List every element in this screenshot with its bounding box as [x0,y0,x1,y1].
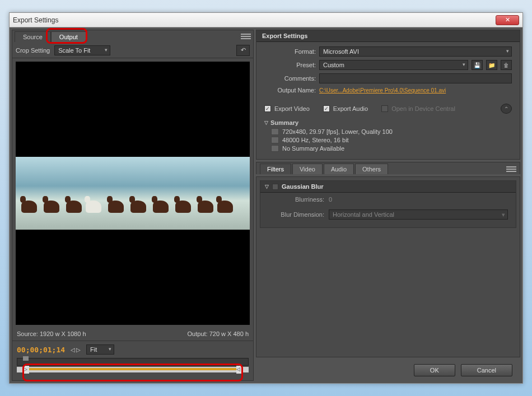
export-video-label: Export Video [274,105,310,112]
tab-output[interactable]: Output [51,31,86,42]
timecode-display[interactable]: 00;00;01;14 [17,346,65,354]
out-point-handle[interactable] [236,366,242,374]
prev-frame-icon[interactable]: ◁ [71,347,75,353]
crop-settings-row: Crop Setting Scale To Fit ↶ [12,43,253,58]
timeline [17,358,249,376]
video-icon [271,128,279,135]
export-audio-label: Export Audio [333,105,368,112]
dialog-body: Source Output Crop Setting Scale To Fit … [10,27,522,383]
format-dropdown[interactable]: Microsoft AVI [319,46,512,57]
next-frame-icon[interactable]: ▷ [76,347,81,353]
other-icon [271,145,279,152]
undo-crop-button[interactable]: ↶ [236,45,250,56]
titlebar: Export Settings ✕ [10,13,522,27]
save-preset-icon[interactable]: 💾 [472,60,483,70]
audio-icon [271,137,279,143]
summary-video: 720x480, 29.97 [fps], Lower, Quality 100 [282,128,393,135]
tab-others[interactable]: Others [355,164,388,174]
source-dimensions: Source: 1920 w X 1080 h [17,330,86,337]
gaussian-blur-filter: ▽ Gaussian Blur Blurriness: 0 Blur Dimen… [260,180,516,228]
export-settings-header: Export Settings [256,30,520,42]
expand-summary-icon[interactable]: ⌃ [501,104,512,114]
preview-tabs: Source Output [12,30,253,43]
export-settings-window: Export Settings ✕ Source Output Crop Set… [9,12,523,384]
timeline-ruler[interactable] [17,358,249,366]
tab-source[interactable]: Source [15,31,51,42]
filter-tabs-row: Filters Video Audio Others [256,162,520,174]
playback-controls-row: 00;00;01;14 ◁ ▷ Fit [12,342,253,357]
open-device-label: Open in Device Central [391,105,455,112]
blur-dimension-dropdown[interactable]: Horizontal and Vertical [329,209,508,220]
preset-dropdown[interactable]: Custom [319,60,468,70]
blurriness-label: Blurriness: [268,196,324,203]
output-name-label: Output Name: [264,87,316,94]
filter-name: Gaussian Blur [282,183,324,190]
export-options-row: ✓ Export Video ✓ Export Audio Open in De… [256,101,520,116]
filter-enable-checkbox[interactable] [272,184,278,190]
crop-setting-dropdown[interactable]: Scale To Fit [54,45,110,55]
summary-title: Summary [270,119,298,126]
tab-audio[interactable]: Audio [324,164,354,174]
summary-block: ▽Summary 720x480, 29.97 [fps], Lower, Qu… [256,116,520,159]
summary-other: No Summary Available [282,145,344,152]
in-point-handle[interactable] [24,366,29,374]
playhead-marker[interactable] [23,356,29,361]
crop-setting-label: Crop Setting [16,47,50,54]
window-title: Export Settings [13,16,496,24]
output-name-link[interactable]: C:\User...Adobe\Premiere Pro\4.0\Sequenc… [319,87,512,94]
export-video-checkbox[interactable]: ✓ [264,105,271,112]
export-audio-checkbox[interactable]: ✓ [323,105,330,112]
preset-label: Preset: [264,62,316,68]
dialog-buttons: OK Cancel [256,360,520,381]
output-dimensions: Output: 720 w X 480 h [188,330,249,337]
ok-button[interactable]: OK [414,364,455,376]
tab-filters[interactable]: Filters [260,164,291,174]
filters-panel: ▽ Gaussian Blur Blurriness: 0 Blur Dimen… [256,176,520,357]
export-settings-section: Export Settings Format: Microsoft AVI Pr… [256,30,520,160]
comments-input[interactable] [319,73,512,83]
cancel-button[interactable]: Cancel [461,364,512,376]
export-settings-body: Format: Microsoft AVI Preset: Custom 💾 📁… [256,42,520,101]
comments-label: Comments: [264,75,316,82]
tab-video[interactable]: Video [292,164,323,174]
open-device-checkbox [381,105,388,112]
format-label: Format: [264,48,316,55]
panel-menu-icon[interactable] [241,32,251,40]
zoom-dropdown[interactable]: Fit [86,344,114,355]
work-area-bar[interactable] [17,367,249,372]
preview-image [16,157,250,230]
annotation-highlight-2 [22,364,243,381]
frame-nav: ◁ ▷ [71,347,81,353]
blur-dimension-label: Blur Dimension: [268,211,324,218]
filter-toggle-icon[interactable]: ▽ [265,184,269,189]
preview-panel: Source Output Crop Setting Scale To Fit … [12,30,254,381]
dimensions-row: Source: 1920 w X 1080 h Output: 720 w X … [12,328,253,339]
summary-toggle-icon[interactable]: ▽ [264,120,268,125]
blurriness-value[interactable]: 0 [329,196,332,203]
summary-audio: 48000 Hz, Stereo, 16 bit [282,137,349,143]
work-area-fill [27,368,239,370]
close-button[interactable]: ✕ [496,15,519,25]
settings-panel: Export Settings Format: Microsoft AVI Pr… [256,30,520,381]
import-preset-icon[interactable]: 📁 [486,60,497,70]
video-preview [16,62,250,325]
delete-preset-icon[interactable]: 🗑 [501,60,512,70]
filter-panel-menu-icon[interactable] [506,165,516,173]
